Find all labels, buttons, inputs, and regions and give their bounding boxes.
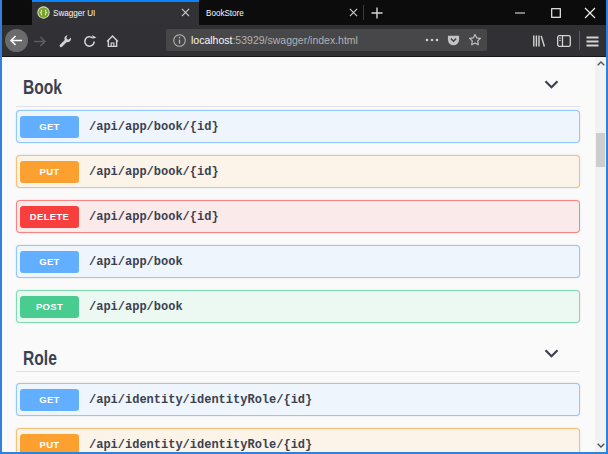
method-badge: DELETE bbox=[20, 206, 79, 228]
developer-button[interactable] bbox=[56, 25, 74, 57]
back-icon bbox=[9, 33, 24, 48]
opblock-get-book-id[interactable]: GET /api/app/book/{id} bbox=[16, 110, 580, 143]
home-icon bbox=[105, 34, 120, 49]
bookmark-star-icon[interactable] bbox=[468, 33, 482, 47]
url-host: localhost bbox=[191, 34, 232, 46]
home-button[interactable] bbox=[103, 25, 121, 57]
forward-icon bbox=[32, 34, 47, 49]
tab-swagger-ui[interactable]: Swagger UI bbox=[32, 0, 199, 25]
browser-window: Swagger UI BookStore bbox=[0, 0, 608, 454]
endpoint-path: /api/app/book bbox=[89, 246, 183, 277]
section-collapse-chevron[interactable] bbox=[544, 80, 559, 89]
tab-close-icon[interactable] bbox=[181, 8, 190, 17]
opblock-post-book[interactable]: POST /api/app/book bbox=[16, 290, 580, 323]
tab-title: BookStore bbox=[206, 0, 244, 25]
close-button[interactable] bbox=[570, 0, 608, 25]
tab-title: Swagger UI bbox=[53, 0, 95, 25]
nav-toolbar: localhost:53929/swagger/index.html bbox=[2, 25, 606, 57]
forward-button[interactable] bbox=[31, 25, 48, 57]
maximize-icon bbox=[551, 7, 562, 18]
section-title-role: Role bbox=[23, 347, 57, 369]
method-badge: GET bbox=[20, 389, 79, 411]
url-text: localhost:53929/swagger/index.html bbox=[191, 29, 358, 51]
tab-close-icon[interactable] bbox=[349, 8, 358, 17]
new-tab-button[interactable] bbox=[370, 6, 384, 20]
sidebars-icon bbox=[557, 35, 571, 47]
section-divider bbox=[16, 371, 580, 372]
opblock-put-book-id[interactable]: PUT /api/app/book/{id} bbox=[16, 155, 580, 188]
hamburger-menu-icon bbox=[586, 36, 599, 47]
section-title-book: Book bbox=[23, 76, 62, 98]
tab-separator bbox=[363, 5, 364, 20]
endpoint-path: /api/app/book bbox=[89, 291, 183, 322]
info-icon[interactable] bbox=[173, 34, 186, 47]
opblock-put-role-id[interactable]: PUT /api/identity/identityRole/{id} bbox=[16, 428, 580, 452]
method-badge: POST bbox=[20, 296, 79, 318]
library-icon bbox=[532, 34, 547, 48]
tab-bookstore[interactable]: BookStore bbox=[200, 0, 365, 25]
toolbar-separator bbox=[579, 31, 580, 50]
refresh-button[interactable] bbox=[80, 25, 98, 57]
swagger-favicon-icon bbox=[37, 6, 50, 19]
back-button[interactable] bbox=[5, 29, 28, 52]
endpoint-path: /api/app/book/{id} bbox=[89, 156, 219, 187]
endpoint-path: /api/identity/identityRole/{id} bbox=[89, 384, 312, 415]
url-path: :53929/swagger/index.html bbox=[232, 34, 358, 46]
pocket-icon[interactable] bbox=[447, 34, 460, 47]
wrench-icon bbox=[57, 33, 73, 49]
tab-bar: Swagger UI BookStore bbox=[2, 0, 606, 25]
scroll-down-icon[interactable] bbox=[597, 443, 605, 448]
url-bar[interactable]: localhost:53929/swagger/index.html bbox=[166, 29, 487, 51]
close-icon bbox=[584, 7, 596, 19]
opblock-get-role-id[interactable]: GET /api/identity/identityRole/{id} bbox=[16, 383, 580, 416]
menu-button[interactable] bbox=[584, 25, 601, 57]
minimize-button[interactable] bbox=[500, 0, 540, 25]
endpoint-path: /api/app/book/{id} bbox=[89, 111, 219, 142]
scrollbar[interactable] bbox=[595, 57, 606, 452]
section-divider bbox=[16, 106, 580, 107]
endpoint-path: /api/app/book/{id} bbox=[89, 201, 219, 232]
method-badge: PUT bbox=[20, 161, 79, 183]
library-button[interactable] bbox=[530, 25, 548, 57]
endpoint-path: /api/identity/identityRole/{id} bbox=[89, 429, 312, 452]
method-badge: PUT bbox=[20, 434, 79, 452]
method-badge: GET bbox=[20, 251, 79, 273]
swagger-page: Book GET /api/app/book/{id} PUT /api/app… bbox=[2, 57, 606, 452]
scrollbar-thumb[interactable] bbox=[596, 133, 605, 167]
minimize-icon bbox=[515, 7, 526, 18]
scroll-up-icon[interactable] bbox=[597, 61, 605, 66]
method-badge: GET bbox=[20, 116, 79, 138]
refresh-icon bbox=[82, 34, 97, 49]
page-actions-icon[interactable] bbox=[425, 38, 439, 42]
sidebars-button[interactable] bbox=[555, 25, 573, 57]
section-collapse-chevron[interactable] bbox=[544, 349, 559, 358]
opblock-delete-book-id[interactable]: DELETE /api/app/book/{id} bbox=[16, 200, 580, 233]
opblock-get-book[interactable]: GET /api/app/book bbox=[16, 245, 580, 278]
